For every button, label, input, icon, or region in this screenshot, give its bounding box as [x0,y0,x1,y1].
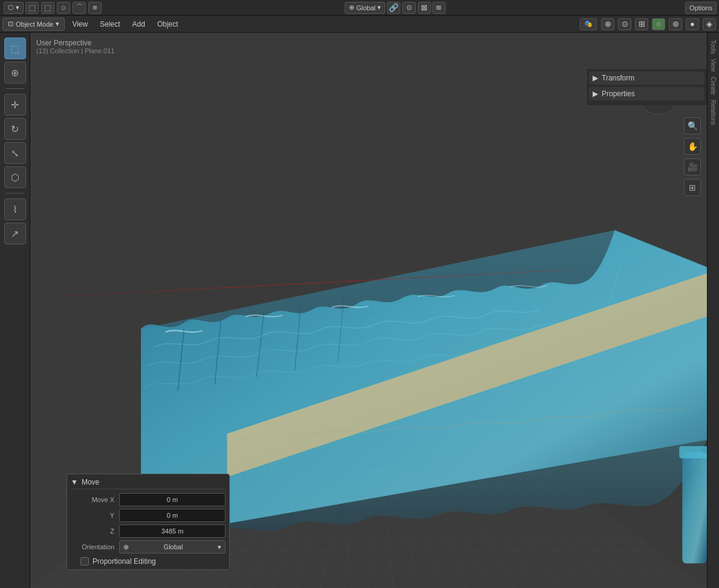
rendered-shading-btn[interactable]: ● [686,18,699,30]
move-z-input[interactable] [119,524,226,538]
snap-btn[interactable]: 🔗 [387,2,400,14]
move-x-input[interactable] [119,493,226,506]
select-menu[interactable]: Select [95,18,125,31]
scale-tool-icon: ⤡ [11,148,19,159]
mirror-btn[interactable]: ⊠ [418,2,431,14]
orientation-dropdown-arrow: ▾ [218,543,221,551]
material-shading-btn[interactable]: ⊛ [669,18,682,30]
sidebar-tool-scale[interactable]: ⤡ [4,142,26,164]
object-menu[interactable]: Object [152,18,183,31]
left-sidebar: ⬚ ⊕ ✛ ↻ ⤡ ⬡ ⌇ ↗ [0,33,30,588]
object-mode-arrow: ▾ [56,20,59,28]
select-box-tool-icon: ⬚ [10,43,19,54]
right-panel-relations-label[interactable]: Relations [710,100,717,125]
viewport-grid-btn[interactable]: ⊞ [684,179,701,196]
select-more-icon[interactable]: ≡ [88,2,102,14]
editor-type-btn[interactable]: ⬡ ▾ [4,2,24,14]
select-lasso-icon[interactable]: ⌒ [73,2,86,14]
viewport-title: User Perspective [36,39,114,47]
transform-arrow-icon: ▶ [593,74,598,82]
right-panel-view-label[interactable]: View [710,59,717,72]
xray-btn[interactable]: ⊞ [635,18,648,30]
editor-type-arrow: ▾ [16,4,19,11]
object-mode-label: Object Mode [16,21,53,28]
orientation-label: Global [356,4,376,11]
rotate-tool-icon: ↻ [11,123,19,135]
select-tool-icon-btn[interactable]: ⬚ [25,2,39,14]
move-panel: ▼ Move Move X Y Z Orientation ⊕ Global ▾… [67,474,230,570]
sidebar-tool-cursor[interactable]: ⊕ [4,62,26,83]
transform-label: Transform [602,74,634,82]
move-x-row: Move X [71,493,226,506]
camera-icon: 🎥 [688,162,698,172]
viewport-info: User Perspective (13) Collection | Plane… [36,39,114,54]
editor-type-section: ⬡ ▾ ⬚ ⬚ ○ ⌒ ≡ [0,0,106,15]
sidebar-tool-transform[interactable]: ⬡ [4,166,26,188]
proportional-btn[interactable]: ⊙ [402,2,416,14]
transform-section: ▶ Transform [589,71,704,85]
move-y-label: Y [71,512,119,519]
viewport[interactable]: User Perspective (13) Collection | Plane… [30,33,707,588]
move-panel-label: Move [82,478,99,486]
viewport-overlay-btn[interactable]: ⊙ [618,18,631,30]
properties-label: Properties [602,90,635,98]
orientation-label: Orientation [71,543,119,550]
orientation-value: Global [164,543,183,550]
measure-tool-icon: ⌇ [13,204,18,215]
zoom-icon: 🔍 [688,121,698,131]
proportional-label: Proportional Editing [93,557,156,566]
move-y-input[interactable] [119,509,226,522]
solid-shading-btn[interactable]: ○ [652,18,665,30]
right-panel-tools-label[interactable]: Tools [710,40,717,54]
sidebar-tool-select[interactable]: ⬚ [4,38,26,59]
sidebar-tool-move[interactable]: ✛ [4,94,26,116]
grid-icon: ⊞ [689,183,696,192]
sidebar-tool-stats[interactable]: ↗ [4,223,26,244]
object-mode-btn[interactable]: ⊡ Object Mode ▾ [2,18,65,31]
transform-header[interactable]: ▶ Transform [589,71,704,85]
header-bar: ⊡ Object Mode ▾ View Select Add Object 🎭… [0,16,719,33]
properties-header[interactable]: ▶ Properties [589,87,704,100]
viewport-right-tools: 🔍 ✋ 🎥 ⊞ [684,117,701,196]
select-circle-icon[interactable]: ○ [57,2,70,14]
proportional-checkbox[interactable] [80,557,89,566]
n-panel: ▶ Transform ▶ Properties [586,69,707,105]
orientation-row: Orientation ⊕ Global ▾ [71,540,226,554]
add-menu[interactable]: Add [128,18,150,31]
viewport-shading-overlay[interactable]: 🎭 [580,18,597,30]
move-z-label: Z [71,528,119,535]
move-panel-title: ▼ Move [71,478,226,489]
sidebar-tool-measure[interactable]: ⌇ [4,198,26,220]
sidebar-separator-1 [6,88,24,89]
top-toolbar: ⬡ ▾ ⬚ ⬚ ○ ⌒ ≡ ⊕ Global ▾ 🔗 ⊙ ⊠ ≋ Options [0,0,719,16]
sidebar-tool-rotate[interactable]: ↻ [4,118,26,140]
select-box-icon[interactable]: ⬚ [41,2,54,14]
sculpt-btn[interactable]: ≋ [432,2,446,14]
proportional-row: Proportional Editing [71,556,226,566]
editor-type-icon: ⬡ [8,4,14,11]
move-z-row: Z [71,524,226,538]
orientation-icon: ⊕ [349,4,354,11]
eevee-btn[interactable]: ◈ [703,18,716,30]
right-panel-strip: Tools View Create Relations [707,33,719,588]
viewport-collection: (13) Collection | Plane.011 [36,47,114,54]
orientation-arrow: ▾ [377,4,381,11]
view-menu[interactable]: View [67,18,93,31]
svg-rect-3 [679,446,707,458]
orientation-dropdown[interactable]: ⊕ Global ▾ [119,540,226,554]
viewport-zoom-btn[interactable]: 🔍 [684,117,701,134]
stats-tool-icon: ↗ [11,228,19,240]
viewport-gizmo-btn[interactable]: ⊕ [601,18,614,30]
move-panel-triangle: ▼ [71,478,78,486]
move-x-label: Move X [71,496,119,503]
viewport-camera-btn[interactable]: 🎥 [684,158,701,175]
pivot-section: ⊕ Global ▾ 🔗 ⊙ ⊠ ≋ [341,0,449,15]
viewport-pan-btn[interactable]: ✋ [684,138,701,155]
pan-icon: ✋ [688,142,698,151]
move-y-row: Y [71,509,226,522]
right-panel-create-label[interactable]: Create [710,77,717,95]
properties-section: ▶ Properties [589,87,704,100]
options-btn[interactable]: Options [685,2,717,14]
global-orientation-btn[interactable]: ⊕ Global ▾ [345,2,385,14]
object-mode-icon: ⊡ [8,20,13,28]
